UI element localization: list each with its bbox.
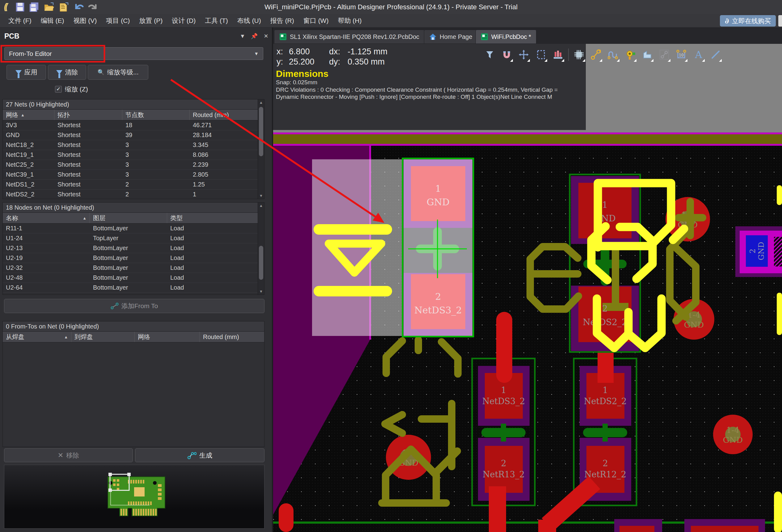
node-row[interactable]: U2-64BottomLayerLoad: [3, 283, 264, 293]
undo-icon[interactable]: [74, 2, 84, 12]
menu-route[interactable]: 布线 (U): [233, 14, 265, 27]
zoom-checkbox[interactable]: ✓: [55, 86, 62, 92]
net-row[interactable]: GNDShortest3928.184: [3, 130, 264, 140]
net-row[interactable]: NetC19_1Shortest38.086: [3, 150, 264, 160]
menu-window[interactable]: 窗口 (W): [299, 14, 333, 27]
remove-button[interactable]: ✕ 移除: [4, 448, 133, 462]
nets-scrollbar[interactable]: ▲ ▼: [258, 100, 264, 199]
open-document-icon[interactable]: [59, 2, 69, 12]
select-area-icon[interactable]: [534, 47, 548, 62]
svg-text:10: 10: [679, 53, 684, 58]
panel-mode-select[interactable]: From-To Editor ▼: [4, 47, 263, 60]
col-routed2[interactable]: Routed (mm): [200, 332, 258, 342]
clear-button[interactable]: 清除: [48, 65, 86, 80]
move-icon[interactable]: [517, 47, 531, 62]
cursor-readout: x:6.800 dx:-1.125 mm y:25.200 dy:0.350 m…: [277, 47, 387, 67]
col-nodecount[interactable]: 节点数: [122, 110, 190, 120]
fromto-icon: [111, 303, 119, 309]
menu-file[interactable]: 文件 (F): [4, 14, 36, 27]
col-topology[interactable]: 拓扑: [55, 110, 122, 120]
toolbar-divider: [568, 48, 569, 61]
net-row[interactable]: NetC25_2Shortest32.239: [3, 160, 264, 170]
text-string-icon[interactable]: A: [692, 47, 705, 62]
node-row[interactable]: R11-1BottomLayerLoad: [3, 224, 264, 233]
panel-pin-icon[interactable]: 📌: [248, 33, 260, 40]
redo-icon[interactable]: [88, 2, 98, 12]
open-folder-icon[interactable]: [44, 2, 55, 12]
menu-edit[interactable]: 编辑 (E): [37, 14, 68, 27]
scroll-down-icon[interactable]: ▼: [258, 193, 264, 199]
menu-reports[interactable]: 报告 (R): [266, 14, 298, 27]
sort-asc-icon: ▲: [82, 216, 86, 221]
magnet-icon[interactable]: [500, 47, 513, 62]
col-net[interactable]: 网络▲: [3, 110, 55, 120]
node-row[interactable]: U2-48BottomLayerLoad: [3, 273, 264, 283]
apply-button[interactable]: 应用: [6, 65, 46, 80]
generate-button[interactable]: 生成: [135, 448, 264, 462]
buy-online-button[interactable]: ∂ 立即在线购买: [720, 15, 776, 27]
via-icon[interactable]: [624, 47, 637, 62]
scroll-up-icon[interactable]: ▲: [258, 100, 264, 106]
col-frompad[interactable]: 从焊盘▲: [3, 332, 71, 342]
home-icon: [429, 33, 436, 40]
menu-place[interactable]: 放置 (P): [135, 14, 167, 27]
polygon-pour-icon[interactable]: [640, 47, 654, 62]
pcbdoc-icon: [279, 33, 287, 40]
chevron-down-icon: ▼: [254, 51, 259, 56]
node-row[interactable]: U2-19BottomLayerLoad: [3, 253, 264, 263]
panel-dropdown-icon[interactable]: ▼: [237, 33, 248, 40]
menu-tools[interactable]: 工具 (T): [201, 14, 232, 27]
col-topad[interactable]: 到焊盘: [71, 332, 135, 342]
edge-button[interactable]: [778, 15, 782, 27]
tune-icon[interactable]: [606, 47, 620, 62]
node-row[interactable]: U1-24TopLayerLoad: [3, 233, 264, 243]
tab-wifi-pcbdoc[interactable]: WiFi.PcbDoc *: [475, 30, 536, 44]
svg-text:GND: GND: [684, 320, 704, 330]
fromtos-empty-body[interactable]: [3, 342, 264, 447]
footprint-ds3-selected[interactable]: 1 GND 2 NetDS3_2: [402, 158, 473, 337]
filter-icon[interactable]: [483, 47, 497, 62]
tab-sl1-pcbdoc[interactable]: SL1 Xilinx Spartan-IIE PQ208 Rev1.02.Pcb…: [274, 30, 425, 44]
component-icon[interactable]: [572, 47, 586, 62]
col-layer[interactable]: 图层: [90, 213, 167, 223]
keepout-line-top: [273, 132, 782, 134]
drc-status: DRC Violations : 0 Checking : Component …: [276, 86, 585, 93]
net-row[interactable]: NetDS1_2Shortest21.25: [3, 180, 264, 190]
menu-project[interactable]: 项目 (C): [102, 14, 134, 27]
route-icon[interactable]: [589, 47, 603, 62]
panel-close-icon[interactable]: ✕: [260, 33, 272, 40]
svg-text:NetDS2_2: NetDS2_2: [584, 396, 627, 406]
add-fromto-button[interactable]: 添加From To: [4, 299, 264, 313]
net-row[interactable]: NetDS2_2Shortest21: [3, 190, 264, 199]
pcb-canvas[interactable]: 1 NetDS3_2 2 NetR13_2 1 NetDS2_2 2 NetR1…: [273, 130, 782, 532]
col-type[interactable]: 类型: [167, 213, 258, 223]
zoom-level-button[interactable]: 🔍 缩放等级...: [88, 65, 148, 80]
col-name[interactable]: 名称▲: [3, 213, 90, 223]
col-net2[interactable]: 网络: [135, 332, 200, 342]
svg-text:1: 1: [435, 183, 441, 194]
node-row[interactable]: U2-32BottomLayerLoad: [3, 263, 264, 273]
net-row[interactable]: 3V3Shortest1846.271: [3, 120, 264, 130]
menu-bar: 文件 (F) 编辑 (E) 视图 (V) 项目 (C) 放置 (P) 设计 (D…: [0, 14, 782, 28]
save-all-icon[interactable]: [29, 2, 40, 12]
save-icon[interactable]: [15, 2, 25, 12]
net-row[interactable]: NetC39_1Shortest32.805: [3, 170, 264, 180]
line-icon[interactable]: [709, 47, 722, 62]
menu-view[interactable]: 视图 (V): [69, 14, 101, 27]
dimension-icon[interactable]: 10: [674, 47, 688, 62]
tab-home-page[interactable]: Home Page: [424, 30, 478, 44]
board-thumbnail: [4, 465, 264, 528]
svg-text:1: 1: [603, 385, 608, 395]
room-icon[interactable]: [551, 47, 565, 62]
scroll-up-icon[interactable]: ▲: [258, 202, 264, 209]
scroll-down-icon[interactable]: ▼: [258, 289, 264, 295]
col-routed[interactable]: Routed (mm): [190, 110, 258, 120]
active-bar-toolbar: 10 A: [480, 45, 725, 64]
nodes-scrollbar[interactable]: ▲ ▼: [258, 202, 264, 295]
fromto-icon[interactable]: [657, 47, 671, 62]
menu-help[interactable]: 帮助 (H): [334, 14, 365, 27]
menu-design[interactable]: 设计 (D): [168, 14, 200, 27]
net-row[interactable]: NetC18_2Shortest33.345: [3, 140, 264, 150]
board-preview-panel[interactable]: [4, 465, 264, 529]
node-row[interactable]: U2-13BottomLayerLoad: [3, 243, 264, 253]
